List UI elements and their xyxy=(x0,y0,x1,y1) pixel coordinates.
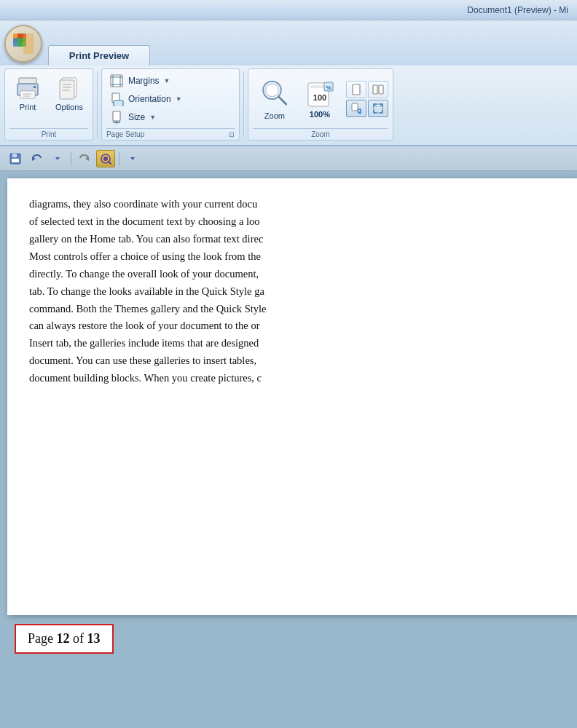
zoom-right-buttons xyxy=(346,81,388,117)
qat-separator-2 xyxy=(119,152,119,165)
options-button-label: Options xyxy=(55,103,83,111)
svg-rect-22 xyxy=(114,100,123,106)
svg-marker-45 xyxy=(32,157,36,161)
save-qat-button[interactable] xyxy=(6,150,25,167)
svg-rect-43 xyxy=(12,154,17,157)
zoom-100-icon: 100 % xyxy=(305,80,334,109)
margins-label: Margins xyxy=(128,76,160,86)
zoom-icon-svg xyxy=(259,79,291,111)
ribbon: Print Options Print xyxy=(0,66,577,146)
margins-icon xyxy=(109,74,124,88)
customize-qat-button[interactable] xyxy=(123,150,142,167)
margins-button[interactable]: Margins ▼ xyxy=(106,72,185,90)
zoom-grid-buttons xyxy=(346,81,388,117)
print-group: Print Options Print xyxy=(4,68,93,141)
zoom-button[interactable]: Zoom xyxy=(253,76,297,123)
document-page: diagrams, they also coordinate with your… xyxy=(7,178,577,615)
orientation-arrow: ▼ xyxy=(176,95,182,103)
print-preview-qat-button[interactable] xyxy=(96,150,115,167)
office-button[interactable] xyxy=(4,25,42,63)
orientation-icon xyxy=(109,92,124,106)
zoom-100-label: 100% xyxy=(310,110,330,119)
page-setup-content: Margins ▼ Orientation ▼ xyxy=(106,72,235,126)
svg-rect-23 xyxy=(113,111,120,121)
svg-text:100: 100 xyxy=(313,93,326,102)
two-pages-button[interactable] xyxy=(368,81,388,98)
svg-line-50 xyxy=(109,162,111,164)
zoom-button-label: Zoom xyxy=(264,111,285,120)
page-setup-group: Margins ▼ Orientation ▼ xyxy=(101,68,240,141)
page-prefix: Page xyxy=(28,631,57,646)
undo-dropdown[interactable] xyxy=(48,150,67,167)
page-indicator: Page 12 of 13 xyxy=(15,624,114,654)
page-total: 13 xyxy=(87,631,101,646)
quick-access-toolbar xyxy=(0,146,577,171)
svg-rect-7 xyxy=(20,91,35,98)
svg-rect-8 xyxy=(34,86,36,88)
title-bar-text: Document1 (Preview) - Mi xyxy=(467,5,568,15)
size-button[interactable]: Size ▼ xyxy=(106,108,185,126)
svg-point-49 xyxy=(103,157,108,161)
print-icon xyxy=(15,75,41,101)
options-button[interactable]: Options xyxy=(50,72,88,114)
header-area: Print Preview xyxy=(0,20,577,66)
page-setup-label: Page Setup ⊡ xyxy=(106,128,235,138)
undo-qat-button[interactable] xyxy=(27,150,46,167)
divider-1 xyxy=(97,71,98,138)
svg-marker-46 xyxy=(55,157,60,160)
options-icon xyxy=(56,75,82,101)
title-bar: Document1 (Preview) - Mi xyxy=(0,0,577,20)
one-page-button[interactable] xyxy=(346,81,366,98)
svg-rect-36 xyxy=(379,85,383,94)
page-indicator-text: Page 12 of 13 xyxy=(28,631,101,646)
size-icon xyxy=(109,110,124,124)
document-area: diagrams, they also coordinate with your… xyxy=(0,171,577,728)
svg-rect-12 xyxy=(60,80,74,99)
size-label: Size xyxy=(128,112,145,122)
page-current: 12 xyxy=(57,631,70,646)
print-group-content: Print Options xyxy=(9,72,88,126)
print-preview-tab[interactable]: Print Preview xyxy=(48,45,150,66)
zoom-content: Zoom 100 % 100% xyxy=(253,72,388,126)
page-setup-expand[interactable]: ⊡ xyxy=(229,131,235,138)
svg-rect-16 xyxy=(111,75,122,87)
margins-arrow: ▼ xyxy=(164,77,170,84)
svg-rect-37 xyxy=(352,103,358,111)
svg-text:%: % xyxy=(326,84,331,91)
print-group-label: Print xyxy=(9,128,88,138)
qat-separator xyxy=(71,152,71,165)
size-arrow: ▼ xyxy=(149,114,156,121)
svg-rect-35 xyxy=(373,85,377,94)
orientation-label: Orientation xyxy=(128,94,171,104)
svg-rect-4 xyxy=(23,33,34,54)
tab-strip: Print Preview xyxy=(48,45,150,66)
fullscreen-button[interactable] xyxy=(368,100,388,117)
svg-point-27 xyxy=(266,84,279,97)
zoom-group: Zoom 100 % 100% xyxy=(248,68,393,141)
page-separator: of xyxy=(70,631,87,646)
svg-rect-34 xyxy=(353,84,360,95)
shrink-button[interactable] xyxy=(346,100,366,117)
print-button[interactable]: Print xyxy=(9,72,46,114)
svg-line-28 xyxy=(278,96,286,104)
document-text: diagrams, they also coordinate with your… xyxy=(29,196,555,387)
print-button-label: Print xyxy=(20,103,36,111)
svg-marker-51 xyxy=(130,157,135,160)
orientation-button[interactable]: Orientation ▼ xyxy=(106,90,185,108)
zoom-100-button[interactable]: 100 % 100% xyxy=(302,79,337,120)
zoom-group-label: Zoom xyxy=(253,128,388,138)
svg-marker-47 xyxy=(85,157,89,161)
divider-2 xyxy=(243,71,244,138)
redo-qat-button[interactable] xyxy=(75,150,94,167)
page-setup-items: Margins ▼ Orientation ▼ xyxy=(106,72,185,126)
svg-rect-44 xyxy=(12,159,19,162)
